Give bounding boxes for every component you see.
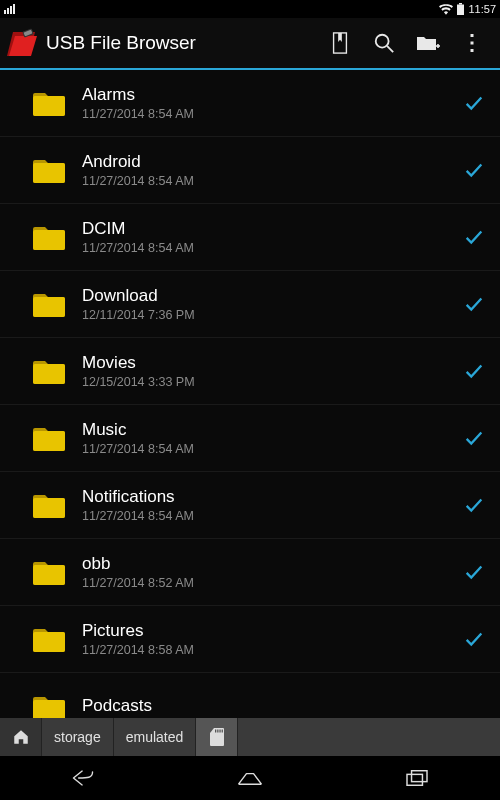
file-list[interactable]: Alarms 11/27/2014 8:54 AM Android 11/27/… <box>0 70 500 718</box>
select-toggle[interactable] <box>460 357 488 385</box>
breadcrumb-home[interactable] <box>0 718 42 756</box>
select-toggle[interactable] <box>460 156 488 184</box>
file-date: 11/27/2014 8:58 AM <box>82 643 460 657</box>
folder-icon <box>32 424 66 452</box>
check-icon <box>463 159 485 181</box>
list-item[interactable]: DCIM 11/27/2014 8:54 AM <box>0 204 500 271</box>
file-name: obb <box>82 554 460 574</box>
file-name: Movies <box>82 353 460 373</box>
app-icon <box>4 25 40 61</box>
select-toggle[interactable] <box>460 558 488 586</box>
svg-rect-1 <box>459 3 462 5</box>
svg-rect-12 <box>471 34 474 37</box>
select-toggle[interactable] <box>460 89 488 117</box>
list-item[interactable]: Music 11/27/2014 8:54 AM <box>0 405 500 472</box>
folder-icon <box>32 357 66 385</box>
breadcrumb: storage emulated <box>0 718 500 756</box>
nav-recents-button[interactable] <box>382 756 452 800</box>
nav-back-button[interactable] <box>48 756 118 800</box>
nav-home-button[interactable] <box>215 756 285 800</box>
back-icon <box>70 767 96 789</box>
sdcard-icon <box>210 728 224 746</box>
list-item[interactable]: Alarms 11/27/2014 8:54 AM <box>0 70 500 137</box>
signal-icon <box>4 4 15 14</box>
search-button[interactable] <box>362 17 406 69</box>
check-icon <box>463 360 485 382</box>
select-toggle[interactable] <box>460 290 488 318</box>
check-icon <box>463 293 485 315</box>
file-date: 11/27/2014 8:54 AM <box>82 241 460 255</box>
bookmark-button[interactable] <box>318 17 362 69</box>
new-folder-button[interactable] <box>406 17 450 69</box>
file-date: 11/27/2014 8:54 AM <box>82 107 460 121</box>
file-name: Download <box>82 286 460 306</box>
action-bar: USB File Browser <box>0 18 500 70</box>
breadcrumb-sdcard[interactable] <box>196 718 238 756</box>
list-item[interactable]: Podcasts <box>0 673 500 718</box>
list-item[interactable]: Movies 12/15/2014 3:33 PM <box>0 338 500 405</box>
select-toggle[interactable] <box>460 491 488 519</box>
list-item[interactable]: Pictures 11/27/2014 8:58 AM <box>0 606 500 673</box>
file-date: 11/27/2014 8:54 AM <box>82 442 460 456</box>
breadcrumb-segment[interactable]: storage <box>42 718 114 756</box>
select-toggle[interactable] <box>460 625 488 653</box>
list-item[interactable]: Android 11/27/2014 8:54 AM <box>0 137 500 204</box>
file-date: 12/15/2014 3:33 PM <box>82 375 460 389</box>
file-date: 11/27/2014 8:54 AM <box>82 509 460 523</box>
home-icon <box>12 728 30 746</box>
status-bar: 11:57 <box>0 0 500 18</box>
file-name: Podcasts <box>82 696 460 716</box>
system-nav-bar <box>0 756 500 800</box>
wifi-icon <box>439 4 453 15</box>
search-icon <box>373 32 395 54</box>
check-icon <box>463 226 485 248</box>
file-date: 12/11/2014 7:36 PM <box>82 308 460 322</box>
folder-icon <box>32 290 66 318</box>
file-date: 11/27/2014 8:52 AM <box>82 576 460 590</box>
file-date: 11/27/2014 8:54 AM <box>82 174 460 188</box>
folder-icon <box>32 491 66 519</box>
svg-rect-13 <box>471 42 474 45</box>
recents-icon <box>404 768 430 788</box>
svg-marker-7 <box>338 33 342 42</box>
svg-point-8 <box>376 35 389 48</box>
new-folder-icon <box>416 33 440 53</box>
bookmark-icon <box>330 32 350 54</box>
file-name: Alarms <box>82 85 460 105</box>
status-time: 11:57 <box>468 3 496 15</box>
check-icon <box>463 494 485 516</box>
file-name: Music <box>82 420 460 440</box>
list-item[interactable]: Download 12/11/2014 7:36 PM <box>0 271 500 338</box>
app-title: USB File Browser <box>46 32 196 54</box>
svg-rect-15 <box>215 730 216 733</box>
overflow-menu-button[interactable] <box>450 17 494 69</box>
svg-rect-19 <box>407 774 422 785</box>
file-name: Pictures <box>82 621 460 641</box>
select-toggle[interactable] <box>460 424 488 452</box>
folder-icon <box>32 625 66 653</box>
breadcrumb-segment[interactable]: emulated <box>114 718 197 756</box>
more-vert-icon <box>469 33 475 53</box>
select-toggle[interactable] <box>460 223 488 251</box>
folder-icon <box>32 223 66 251</box>
svg-line-9 <box>387 46 393 52</box>
folder-icon <box>32 89 66 117</box>
svg-rect-0 <box>457 5 464 16</box>
list-item[interactable]: Notifications 11/27/2014 8:54 AM <box>0 472 500 539</box>
check-icon <box>463 628 485 650</box>
select-toggle[interactable] <box>460 693 488 719</box>
list-item[interactable]: obb 11/27/2014 8:52 AM <box>0 539 500 606</box>
file-name: DCIM <box>82 219 460 239</box>
check-icon <box>463 427 485 449</box>
check-icon <box>463 561 485 583</box>
svg-rect-18 <box>221 730 222 733</box>
folder-icon <box>32 693 66 719</box>
svg-rect-17 <box>219 730 220 733</box>
file-name: Notifications <box>82 487 460 507</box>
file-name: Android <box>82 152 460 172</box>
battery-icon <box>457 3 464 15</box>
folder-icon <box>32 558 66 586</box>
check-icon <box>463 92 485 114</box>
svg-rect-16 <box>217 730 218 733</box>
svg-rect-20 <box>411 771 426 782</box>
